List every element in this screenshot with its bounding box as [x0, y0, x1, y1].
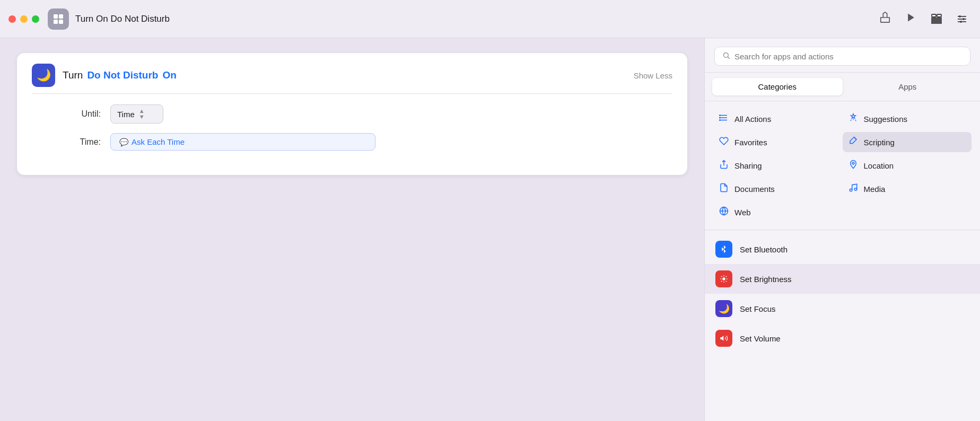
action-item-set-focus[interactable]: 🌙 Set Focus [705, 294, 980, 323]
all-actions-icon [719, 113, 729, 125]
svg-rect-0 [54, 14, 58, 19]
action-item-set-volume-label: Set Volume [740, 334, 781, 343]
svg-line-33 [726, 281, 727, 282]
share-button[interactable] [877, 10, 893, 28]
set-brightness-icon [715, 270, 732, 287]
app-icon [48, 8, 69, 30]
maximize-button[interactable] [32, 15, 39, 23]
suggestions-icon [848, 113, 859, 125]
category-all-actions[interactable]: All Actions [713, 109, 843, 129]
action-card-icon: 🌙 [32, 64, 55, 87]
action-item-set-bluetooth[interactable]: Set Bluetooth [705, 234, 980, 264]
svg-rect-9 [932, 22, 941, 23]
svg-marker-4 [908, 14, 914, 22]
category-location[interactable]: Location [843, 155, 972, 176]
filters-button[interactable] [952, 10, 972, 29]
svg-rect-8 [932, 20, 941, 21]
svg-point-14 [962, 18, 965, 20]
time-row: Time: 💬 Ask Each Time [32, 133, 672, 151]
category-suggestions[interactable]: Suggestions [843, 109, 972, 129]
actions-list: Set Bluetooth Set Br [705, 230, 980, 421]
titlebar: Turn On Do Not Disturb [0, 0, 980, 38]
category-favorites-label: Favorites [734, 138, 767, 147]
right-panel: Categories Apps [704, 38, 980, 421]
action-title-row: Turn Do Not Disturb On [63, 69, 634, 81]
action-item-set-brightness-label: Set Brightness [740, 275, 792, 284]
titlebar-right-buttons [927, 10, 972, 29]
svg-rect-5 [932, 14, 936, 17]
svg-point-16 [724, 53, 729, 58]
select-arrows-icon: ▲ ▼ [139, 108, 145, 120]
turn-label: Turn [63, 69, 83, 81]
category-scripting-label: Scripting [864, 138, 895, 147]
minimize-button[interactable] [20, 15, 28, 23]
tabs-row: Categories Apps [705, 73, 980, 101]
search-input[interactable] [734, 52, 962, 61]
svg-line-17 [728, 57, 729, 58]
svg-rect-7 [932, 18, 941, 19]
svg-line-32 [721, 276, 722, 277]
tab-apps[interactable]: Apps [843, 78, 973, 95]
time-select-value: Time [117, 110, 135, 119]
svg-rect-6 [937, 14, 941, 17]
titlebar-actions [877, 10, 918, 28]
media-icon [848, 183, 859, 195]
ask-each-time-label: Ask Each Time [132, 137, 185, 146]
web-icon [719, 206, 729, 218]
sharing-icon [719, 160, 729, 171]
svg-point-29 [722, 277, 725, 280]
set-focus-icon: 🌙 [715, 300, 732, 317]
set-volume-icon [715, 330, 732, 347]
play-button[interactable] [904, 10, 918, 28]
set-bluetooth-icon [715, 241, 732, 258]
action-item-set-focus-label: Set Focus [740, 304, 776, 313]
category-sharing[interactable]: Sharing [713, 155, 843, 176]
action-item-set-brightness[interactable]: Set Brightness [705, 264, 980, 294]
category-location-label: Location [864, 161, 894, 170]
action-card: 🌙 Turn Do Not Disturb On Show Less Until… [17, 53, 687, 175]
time-select[interactable]: Time ▲ ▼ [110, 104, 163, 124]
action-header: 🌙 Turn Do Not Disturb On Show Less [32, 64, 672, 87]
library-button[interactable] [927, 10, 946, 29]
svg-point-21 [720, 115, 721, 116]
until-label: Until: [64, 109, 101, 119]
categories-section: All Actions Suggestions [705, 101, 980, 230]
do-not-disturb-label[interactable]: Do Not Disturb [87, 69, 158, 81]
category-documents-label: Documents [734, 185, 775, 194]
svg-line-37 [726, 276, 727, 277]
svg-point-13 [959, 15, 961, 17]
svg-rect-3 [59, 20, 63, 24]
category-scripting[interactable]: Scripting [843, 132, 972, 152]
show-less-button[interactable]: Show Less [634, 71, 672, 80]
tab-categories[interactable]: Categories [712, 78, 843, 95]
main-area: 🌙 Turn Do Not Disturb On Show Less Until… [0, 38, 980, 421]
category-all-actions-label: All Actions [734, 115, 771, 124]
svg-point-25 [850, 189, 852, 191]
ask-icon: 💬 [119, 138, 128, 146]
time-label: Time: [64, 137, 101, 147]
search-input-wrap[interactable] [714, 47, 970, 66]
close-button[interactable] [8, 15, 16, 23]
category-sharing-label: Sharing [734, 161, 762, 170]
category-web-label: Web [734, 208, 751, 217]
search-icon [722, 51, 730, 61]
category-web[interactable]: Web [713, 202, 843, 222]
category-documents[interactable]: Documents [713, 179, 843, 199]
category-favorites[interactable]: Favorites [713, 132, 843, 152]
categories-grid: All Actions Suggestions [713, 109, 972, 222]
category-media[interactable]: Media [843, 179, 972, 199]
ask-each-time-pill[interactable]: 💬 Ask Each Time [110, 133, 375, 151]
category-media-label: Media [864, 185, 886, 194]
location-icon [848, 160, 859, 171]
svg-rect-2 [54, 20, 58, 24]
traffic-lights [8, 15, 39, 23]
on-label[interactable]: On [162, 69, 176, 81]
svg-point-23 [720, 120, 721, 121]
category-suggestions-label: Suggestions [864, 115, 908, 124]
scripting-icon [848, 136, 859, 148]
documents-icon [719, 183, 729, 195]
svg-point-15 [960, 21, 962, 23]
action-item-set-volume[interactable]: Set Volume [705, 323, 980, 353]
window-title: Turn On Do Not Disturb [75, 14, 877, 24]
svg-point-22 [720, 117, 721, 118]
